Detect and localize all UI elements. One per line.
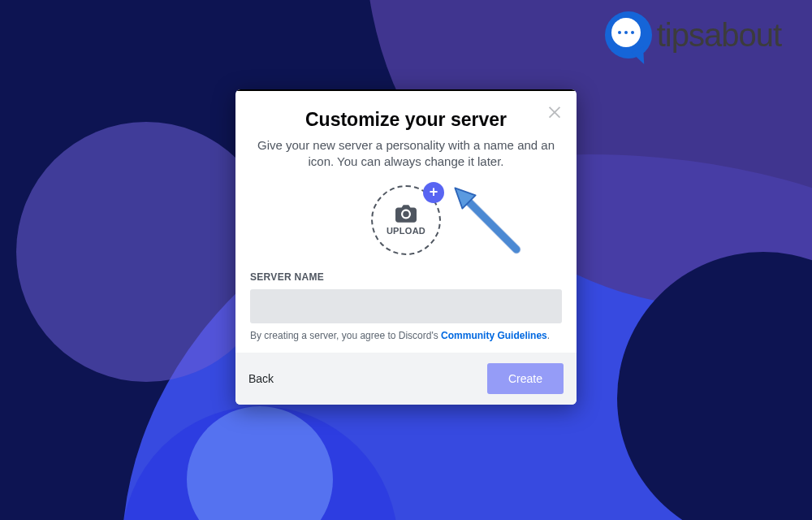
create-button[interactable]: Create [487, 363, 564, 394]
watermark-text: tipsabout [657, 17, 781, 54]
community-guidelines-link[interactable]: Community Guidelines [441, 330, 547, 341]
back-button[interactable]: Back [248, 372, 274, 385]
customize-server-modal: Customize your server Give your new serv… [235, 89, 577, 405]
server-name-label: SERVER NAME [250, 271, 562, 283]
speech-bubble-icon [611, 18, 641, 47]
close-icon [546, 102, 564, 120]
modal-footer: Back Create [235, 353, 577, 405]
plus-icon: + [423, 182, 444, 203]
agreement-text: By creating a server, you agree to Disco… [250, 330, 562, 341]
camera-icon [395, 205, 417, 223]
modal-subtitle: Give your new server a personality with … [252, 137, 560, 171]
upload-label: UPLOAD [387, 226, 425, 236]
modal-title: Customize your server [247, 109, 565, 131]
close-button[interactable] [546, 102, 564, 120]
watermark-logo [605, 11, 652, 58]
upload-icon-button[interactable]: UPLOAD + [371, 185, 441, 255]
watermark: tipsabout [605, 11, 781, 58]
server-name-input[interactable] [250, 289, 562, 323]
